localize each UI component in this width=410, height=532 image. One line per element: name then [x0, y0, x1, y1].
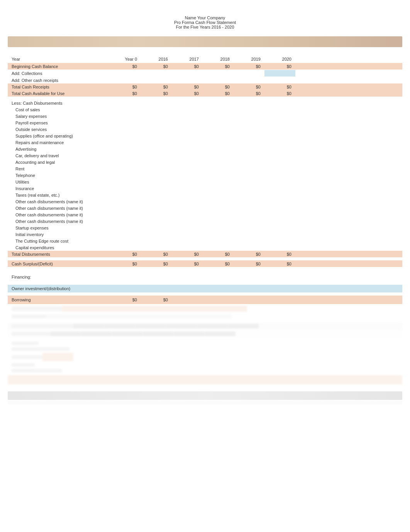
borrowing-2018[interactable] [203, 296, 234, 304]
initial-inventory-row: Initial inventory [8, 231, 402, 238]
telephone-row: Telephone [8, 172, 402, 178]
other-disb-2-label: Other cash disbursements (name it) [8, 206, 110, 211]
beginning-cash-row: Beginning Cash Balance $0 $0 $0 $0 $0 $0 [8, 63, 402, 70]
borrowing-row: Borrowing $0 $0 [8, 296, 402, 304]
footer-banner [8, 391, 402, 400]
beginning-cash-y0[interactable]: $0 [110, 64, 141, 69]
rent-row: Rent [8, 165, 402, 172]
beginning-cash-2017[interactable]: $0 [172, 64, 203, 69]
cost-of-sales-row: Cost of sales [8, 106, 402, 113]
total-disbursements-label: Total Disbursements [8, 252, 110, 257]
taxes-row: Taxes (real estate, etc.) [8, 192, 402, 198]
other-disb-1-label: Other cash disbursements (name it) [8, 199, 110, 204]
rent-label: Rent [8, 167, 110, 171]
total-cash-receipts-2019[interactable]: $0 [234, 85, 264, 89]
total-cash-receipts-y0[interactable]: $0 [110, 85, 141, 89]
total-cash-receipts-row: Total Cash Receipts $0 $0 $0 $0 $0 $0 [8, 83, 402, 90]
col-2017: 2017 [172, 57, 203, 61]
utilities-row: Utilities [8, 178, 402, 185]
page: Name Your Company Pro Forma Cash Flow St… [0, 0, 410, 420]
borrowing-y0[interactable]: $0 [110, 297, 141, 302]
other-disb-3-row: Other cash disbursements (name it) [8, 211, 402, 218]
add-other-label: Add: Other cash receipts [8, 78, 110, 83]
cash-surplus-2019[interactable]: $0 [234, 262, 264, 266]
accounting-legal-label: Accounting and legal [8, 160, 110, 165]
insurance-label: Insurance [8, 186, 110, 191]
supplies-row: Supplies (office and operating) [8, 133, 402, 139]
borrowing-2019[interactable] [234, 296, 264, 304]
other-disb-4-row: Other cash disbursements (name it) [8, 218, 402, 224]
cash-surplus-y0[interactable]: $0 [110, 262, 141, 266]
total-disb-2016[interactable]: $0 [141, 252, 172, 257]
total-cash-receipts-2018[interactable]: $0 [203, 85, 234, 89]
blurred-section-2 [8, 323, 402, 337]
cutting-edge-route-row: The Cutting Edge route cost [8, 238, 402, 244]
cash-surplus-2020[interactable]: $0 [264, 262, 295, 266]
top-banner-image [8, 36, 402, 47]
add-collections-label: Add: Collections [8, 71, 110, 76]
cash-surplus-row: Cash Surplus/(Deficit) $0 $0 $0 $0 $0 $0 [8, 260, 402, 267]
total-cash-receipts-2016[interactable]: $0 [141, 85, 172, 89]
total-cash-receipts-2017[interactable]: $0 [172, 85, 203, 89]
other-disb-2-row: Other cash disbursements (name it) [8, 205, 402, 211]
total-disb-2020[interactable]: $0 [264, 252, 295, 257]
taxes-label: Taxes (real estate, etc.) [8, 193, 110, 197]
borrowing-2016[interactable]: $0 [141, 297, 172, 302]
salary-expenses-label: Salary expenses [8, 114, 110, 119]
repairs-row: Repairs and maintenance [8, 139, 402, 146]
other-disb-3-label: Other cash disbursements (name it) [8, 212, 110, 217]
borrowing-label: Borrowing [8, 297, 110, 302]
beginning-cash-2016[interactable]: $0 [141, 64, 172, 69]
total-cash-receipts-2020[interactable]: $0 [264, 85, 295, 89]
add-other-row: Add: Other cash receipts [8, 77, 402, 83]
car-delivery-label: Car, delivery and travel [8, 153, 110, 158]
outside-services-label: Outside services [8, 127, 110, 132]
total-disb-2019[interactable]: $0 [234, 252, 264, 257]
total-disb-y0[interactable]: $0 [110, 252, 141, 257]
col-2018: 2018 [203, 57, 234, 61]
owner-investment-label: Owner investment/(distribution) [8, 286, 110, 291]
total-cash-available-2018[interactable]: $0 [203, 91, 234, 96]
cutting-edge-route-label: The Cutting Edge route cost [8, 239, 110, 243]
advertising-label: Advertising [8, 147, 110, 151]
cash-surplus-2017[interactable]: $0 [172, 262, 203, 266]
total-disb-2018[interactable]: $0 [203, 252, 234, 257]
car-delivery-row: Car, delivery and travel [8, 152, 402, 159]
cash-surplus-2016[interactable]: $0 [141, 262, 172, 266]
total-cash-available-row: Total Cash Available for Use $0 $0 $0 $0… [8, 90, 402, 97]
startup-expenses-label: Startup expenses [8, 226, 110, 230]
col-2016: 2016 [141, 57, 172, 61]
beginning-cash-2020[interactable]: $0 [264, 64, 295, 69]
payroll-expenses-row: Payroll expenses [8, 119, 402, 126]
utilities-label: Utilities [8, 180, 110, 184]
borrowing-2020[interactable] [264, 296, 295, 304]
total-cash-available-y0[interactable]: $0 [110, 91, 141, 96]
capital-expenditures-label: Capital expenditures [8, 245, 110, 250]
blurred-section-1 [8, 305, 402, 320]
beginning-cash-2018[interactable]: $0 [203, 64, 234, 69]
total-disb-2017[interactable]: $0 [172, 252, 203, 257]
footer-line [8, 401, 402, 405]
total-cash-available-2016[interactable]: $0 [141, 91, 172, 96]
total-cash-available-2017[interactable]: $0 [172, 91, 203, 96]
beginning-cash-2019[interactable]: $0 [234, 64, 264, 69]
payroll-expenses-label: Payroll expenses [8, 121, 110, 125]
subtitle2: For the Five Years 2016 - 2020 [8, 25, 402, 29]
financing-label: Financing: [8, 275, 402, 279]
subtitle1: Pro Forma Cash Flow Statement [8, 20, 402, 25]
other-disb-4-label: Other cash disbursements (name it) [8, 219, 110, 224]
advertising-row: Advertising [8, 146, 402, 152]
total-cash-receipts-label: Total Cash Receipts [8, 85, 110, 89]
total-cash-available-2020[interactable]: $0 [264, 91, 295, 96]
total-cash-available-2019[interactable]: $0 [234, 91, 264, 96]
column-header-row: Year Year 0 2016 2017 2018 2019 2020 [8, 56, 402, 62]
company-name: Name Your Company [8, 15, 402, 20]
beginning-cash-label: Beginning Cash Balance [8, 64, 110, 69]
col-2020: 2020 [264, 57, 295, 61]
add-collections-2020[interactable] [264, 70, 295, 76]
cash-surplus-2018[interactable]: $0 [203, 262, 234, 266]
borrowing-2017[interactable] [172, 296, 203, 304]
cash-flow-table: Year Year 0 2016 2017 2018 2019 2020 Beg… [8, 56, 402, 405]
initial-inventory-label: Initial inventory [8, 232, 110, 237]
insurance-row: Insurance [8, 185, 402, 192]
